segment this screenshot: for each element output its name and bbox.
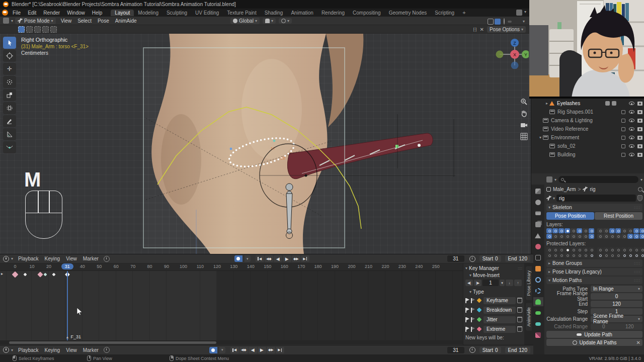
mode-dropdown[interactable]: Pose Mode ▾ xyxy=(15,18,56,24)
collapsed-panel-header[interactable]: Bone Groups:::: xyxy=(546,259,642,267)
layer-toggle[interactable] xyxy=(546,247,552,252)
layer-toggle[interactable] xyxy=(558,228,564,233)
timeline-menu[interactable]: Marker xyxy=(80,255,102,262)
snap-dropdown[interactable]: ▾ xyxy=(263,18,276,24)
type-header[interactable]: Type xyxy=(465,288,522,295)
zoom-icon[interactable] xyxy=(520,98,528,106)
flag-outline-icon[interactable] xyxy=(471,308,475,313)
layer-toggle[interactable] xyxy=(589,228,594,233)
collapsed-panel-header[interactable]: Pose Library (Legacy):::: xyxy=(546,268,642,276)
end-frame-field[interactable]: End120 xyxy=(505,347,530,353)
layer-toggle[interactable] xyxy=(546,253,552,258)
layer-toggle[interactable] xyxy=(609,253,615,258)
update-all-paths-button[interactable]: Update All Paths ✕ xyxy=(546,339,642,346)
calculation-range-dropdown[interactable]: Scene Frame Range▾ xyxy=(591,316,642,322)
layer-toggle[interactable] xyxy=(565,253,570,258)
end-frame-field[interactable]: End120 xyxy=(505,255,530,262)
skeleton-panel-header[interactable]: Skeleton:::: xyxy=(546,204,642,211)
current-frame-field[interactable]: 31 xyxy=(447,347,464,353)
layer-toggle[interactable] xyxy=(571,253,576,258)
workspace-tab[interactable]: Scripting xyxy=(431,10,458,16)
exclude-checkbox[interactable] xyxy=(621,144,625,148)
play-button[interactable]: ▶ xyxy=(283,255,291,262)
layer-toggle[interactable] xyxy=(552,247,558,252)
scale-tool[interactable] xyxy=(3,89,16,101)
current-frame-field[interactable]: 31 xyxy=(447,255,464,262)
fake-user-shield-icon[interactable] xyxy=(637,195,642,201)
viewport-3d[interactable]: 17 22 Right Orthographic (31) Male_Arm :… xyxy=(0,34,531,254)
layer-toggle[interactable] xyxy=(589,234,594,239)
jump-to-start-button[interactable]: ◀ xyxy=(256,255,264,262)
properties-tab[interactable] xyxy=(532,187,543,196)
transform-tool[interactable] xyxy=(3,102,16,114)
outliner-row[interactable]: Video Reference xyxy=(531,125,644,133)
trash-icon[interactable] xyxy=(517,326,522,332)
layer-toggle[interactable] xyxy=(577,247,582,252)
layer-toggle[interactable] xyxy=(603,253,609,258)
hide-eye-icon[interactable] xyxy=(629,136,634,139)
shading-wireframe-button[interactable] xyxy=(502,18,507,25)
properties-tab[interactable] xyxy=(532,253,543,262)
layer-toggle[interactable] xyxy=(597,228,603,233)
hide-eye-icon[interactable] xyxy=(629,127,634,131)
viewport-menu[interactable]: View xyxy=(58,18,75,24)
keyframe-type-label[interactable]: Keyframe xyxy=(484,297,516,304)
keyframe-diamond[interactable] xyxy=(38,272,43,277)
layer-toggle[interactable] xyxy=(583,228,588,233)
measure-tool[interactable] xyxy=(3,128,16,140)
close-icon[interactable]: ✕ xyxy=(636,340,640,345)
timeline-menu[interactable]: View xyxy=(63,255,80,262)
start-frame-field[interactable]: Start0 xyxy=(479,347,501,353)
layer-toggle[interactable] xyxy=(589,253,594,258)
camera-view-icon[interactable] xyxy=(520,121,528,129)
flag-icon[interactable] xyxy=(465,298,469,303)
sidebar-tab[interactable]: Pose Library xyxy=(526,266,532,300)
layer-toggle[interactable] xyxy=(565,234,570,239)
properties-tab[interactable] xyxy=(532,308,543,317)
current-frame-badge[interactable]: 31 xyxy=(61,263,73,269)
layer-toggle[interactable] xyxy=(565,247,570,252)
expand-arrow-icon[interactable]: ▸ xyxy=(544,101,549,106)
properties-editor-icon[interactable] xyxy=(546,176,552,183)
hide-eye-icon[interactable] xyxy=(629,153,634,156)
shading-rendered-button[interactable] xyxy=(518,21,522,23)
disable-render-camera-icon[interactable] xyxy=(637,144,642,148)
keyframe-type-label[interactable]: Breakdown xyxy=(484,307,516,314)
timeline-editor-icon[interactable] xyxy=(3,256,9,262)
layer-toggle[interactable] xyxy=(639,234,644,239)
exclude-checkbox[interactable] xyxy=(621,127,625,131)
select-box-tool[interactable] xyxy=(3,37,16,49)
select-mode-circle-icon[interactable] xyxy=(34,26,41,33)
layer-toggle[interactable] xyxy=(627,253,633,258)
layer-toggle[interactable] xyxy=(609,247,615,252)
next-keyframe-button[interactable]: ◆▶ xyxy=(267,347,275,353)
shading-solid-button[interactable] xyxy=(508,21,512,23)
layer-toggle[interactable] xyxy=(552,253,558,258)
select-mode-box-icon[interactable] xyxy=(26,26,33,33)
layer-toggle[interactable] xyxy=(546,228,552,233)
exclude-checkbox[interactable] xyxy=(621,110,625,114)
motion-paths-panel-header[interactable]: Motion Paths:::: xyxy=(546,277,642,284)
scrollbar-thumb[interactable] xyxy=(9,341,216,344)
datablock-name-field[interactable]: rig xyxy=(556,195,636,202)
key-shift-right-button[interactable]: |▶ xyxy=(474,280,481,286)
layer-toggle[interactable] xyxy=(615,253,621,258)
outliner-item-name[interactable]: Eyelashes xyxy=(557,101,605,106)
outliner-item-name[interactable]: Rig Shapes.001 xyxy=(557,109,619,115)
pin-icon[interactable] xyxy=(638,187,642,192)
properties-tab[interactable] xyxy=(532,198,543,207)
flag-outline-icon[interactable] xyxy=(471,327,475,332)
workspace-tab[interactable]: Texture Paint xyxy=(223,10,260,16)
properties-tab[interactable] xyxy=(532,220,543,229)
layer-toggle[interactable] xyxy=(639,253,644,258)
layer-toggle[interactable] xyxy=(558,247,564,252)
chevron-down-icon[interactable]: ▾ xyxy=(245,255,251,262)
layer-toggle[interactable] xyxy=(633,253,639,258)
orientation-dropdown[interactable]: Global ▾ xyxy=(230,18,260,24)
layer-toggle[interactable] xyxy=(603,234,609,239)
annotate-tool[interactable] xyxy=(3,115,16,127)
dope-sheet-menu[interactable]: Marker xyxy=(80,347,102,353)
select-mode-lasso-icon[interactable] xyxy=(42,26,49,33)
properties-tab[interactable] xyxy=(532,242,543,251)
workspace-tab[interactable]: Geometry Nodes xyxy=(385,10,431,16)
